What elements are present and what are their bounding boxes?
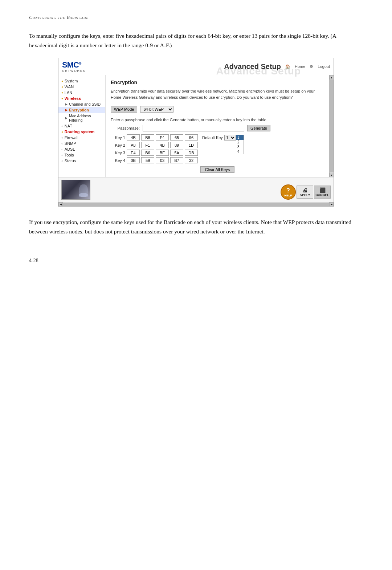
sidebar-item-status[interactable]: ○ Status bbox=[58, 158, 105, 164]
scroll-thumb[interactable] bbox=[330, 80, 334, 172]
help-icon: ? bbox=[286, 187, 290, 194]
key1-field1[interactable] bbox=[127, 134, 140, 141]
bullet-hollow-icon: ○ bbox=[61, 154, 63, 157]
key2-field5[interactable] bbox=[185, 142, 198, 148]
key2-field4[interactable] bbox=[170, 142, 183, 148]
key3-field2[interactable] bbox=[141, 150, 154, 156]
scroll-right-arrow[interactable]: ▶ bbox=[329, 202, 334, 207]
sidebar-item-label: Firewall bbox=[65, 135, 78, 140]
key4-field5[interactable] bbox=[185, 157, 198, 163]
key2-field2[interactable] bbox=[141, 142, 154, 148]
dropdown-opt3[interactable]: 3 bbox=[236, 144, 244, 149]
scroll-up-arrow[interactable]: ▲ bbox=[330, 75, 334, 80]
sidebar-item-tools[interactable]: ○ Tools bbox=[58, 152, 105, 158]
scrollbar-bottom[interactable]: ◀ ▶ bbox=[58, 202, 334, 206]
key1-row: Key 1 Default Key 1 2 bbox=[111, 134, 324, 141]
sidebar-item-routing[interactable]: ● Routing system bbox=[58, 129, 105, 135]
smc-header: SMC® Networks Advanced Setup Advanced Se… bbox=[58, 58, 334, 75]
bullet-hollow-icon: ○ bbox=[61, 159, 63, 163]
sidebar-item-wireless[interactable]: ● Wireless bbox=[58, 95, 105, 101]
bullet-hollow-icon: ○ bbox=[61, 125, 63, 128]
key2-field1[interactable] bbox=[127, 142, 140, 148]
nav-links[interactable]: 🏠 Home ⚙ Logout bbox=[285, 64, 330, 69]
logout-link[interactable]: Logout bbox=[318, 64, 330, 69]
clear-all-keys-button[interactable]: Clear All Keys bbox=[200, 166, 234, 173]
wep-select[interactable]: 64-bit WEP 128-bit WEP bbox=[140, 106, 173, 113]
sidebar-item-nat[interactable]: ○ NAT bbox=[58, 123, 105, 129]
sidebar-item-label: System bbox=[65, 79, 78, 83]
sidebar-item-encryption[interactable]: ▶ Encryption bbox=[58, 107, 105, 113]
sidebar-item-lan[interactable]: ● LAN bbox=[58, 90, 105, 95]
dropdown-opt4[interactable]: 4 bbox=[236, 149, 244, 154]
dropdown-opt1[interactable]: 1 bbox=[236, 135, 244, 140]
section-title: Encryption bbox=[111, 80, 324, 85]
sidebar-item-label: ADSL bbox=[65, 147, 75, 151]
scrollbar-right[interactable]: ▲ ▼ bbox=[329, 75, 334, 177]
key3-field4[interactable] bbox=[170, 150, 183, 156]
content-wrapper: Encryption Encryption transmits your dat… bbox=[106, 75, 334, 177]
default-key-select[interactable]: 1 2 3 4 bbox=[224, 135, 236, 141]
sidebar-item-label: Wireless bbox=[65, 96, 81, 101]
action-buttons: ? HELP 🖨 APPLY ⬛ CANCEL bbox=[281, 184, 331, 200]
key2-field3[interactable] bbox=[156, 142, 169, 148]
sidebar-item-snmp[interactable]: ○ SNMP bbox=[58, 141, 105, 146]
outro-paragraph: If you use encryption, configure the sam… bbox=[29, 217, 363, 236]
key2-row: Key 2 bbox=[111, 142, 324, 148]
cancel-icon: ⬛ bbox=[319, 187, 326, 193]
sidebar-item-label: Tools bbox=[65, 153, 74, 157]
sidebar-item-label: Mac Address Filtering bbox=[69, 114, 102, 122]
generate-button[interactable]: Generate bbox=[247, 125, 270, 131]
apply-button[interactable]: 🖨 APPLY bbox=[297, 186, 313, 199]
home-icon: 🏠 bbox=[285, 64, 290, 69]
page-header: Configuring the Barricade bbox=[29, 15, 363, 20]
key3-row: Key 3 bbox=[111, 150, 324, 156]
sidebar-item-label: Routing system bbox=[65, 130, 95, 134]
bullet-hollow-icon: ○ bbox=[61, 136, 63, 139]
wep-mode-button[interactable]: WEP Mode bbox=[111, 106, 137, 113]
passphrase-row: Passphrase: Generate bbox=[111, 125, 324, 131]
key1-field3[interactable] bbox=[156, 134, 169, 141]
sidebar-item-mac-filter[interactable]: ▶ Mac Address Filtering bbox=[58, 113, 105, 123]
key1-field2[interactable] bbox=[141, 134, 154, 141]
help-label: HELP bbox=[284, 194, 292, 197]
scroll-down-arrow[interactable]: ▼ bbox=[330, 173, 334, 177]
sidebar-item-label: SNMP bbox=[65, 141, 76, 146]
sidebar-item-wan[interactable]: ● WAN bbox=[58, 84, 105, 90]
key3-label: Key 3 bbox=[111, 151, 125, 155]
sidebar-item-channel-ssid[interactable]: ▶ Channel and SSID bbox=[58, 101, 105, 107]
key3-field1[interactable] bbox=[127, 150, 140, 156]
home-link[interactable]: Home bbox=[295, 64, 305, 69]
key1-field5[interactable] bbox=[185, 134, 198, 141]
sidebar-item-system[interactable]: ● System bbox=[58, 78, 105, 84]
intro-paragraph: To manually configure the keys, enter fi… bbox=[29, 31, 363, 50]
arrow-icon: ▶ bbox=[65, 116, 68, 120]
scroll-left-arrow[interactable]: ◀ bbox=[58, 202, 63, 207]
clear-keys-row: Clear All Keys bbox=[111, 166, 324, 173]
apply-label: APPLY bbox=[299, 193, 310, 197]
content-area: Encryption Encryption transmits your dat… bbox=[106, 75, 329, 177]
smc-logo-text: SMC® bbox=[62, 60, 86, 70]
key4-field1[interactable] bbox=[127, 157, 140, 163]
key3-field5[interactable] bbox=[185, 150, 198, 156]
key1-label: Key 1 bbox=[111, 135, 125, 140]
key2-label: Key 2 bbox=[111, 143, 125, 147]
section-description: Encryption transmits your data securely … bbox=[111, 88, 324, 100]
default-key-label: Default Key bbox=[202, 135, 223, 140]
arrow-icon: ▶ bbox=[65, 102, 68, 106]
hscroll-thumb[interactable] bbox=[63, 203, 329, 206]
key4-field2[interactable] bbox=[141, 157, 154, 163]
key4-field3[interactable] bbox=[156, 157, 169, 163]
key4-field4[interactable] bbox=[170, 157, 183, 163]
sidebar: ● System ● WAN ● LAN ● Wireless bbox=[58, 75, 106, 177]
wep-mode-row: WEP Mode 64-bit WEP 128-bit WEP bbox=[111, 105, 324, 114]
sidebar-item-firewall[interactable]: ○ Firewall bbox=[58, 135, 105, 141]
key3-field3[interactable] bbox=[156, 150, 169, 156]
cancel-button[interactable]: ⬛ CANCEL bbox=[314, 186, 331, 199]
help-button[interactable]: ? HELP bbox=[281, 184, 296, 200]
sidebar-item-label: NAT bbox=[65, 124, 72, 128]
dropdown-opt2[interactable]: 2 bbox=[236, 140, 244, 144]
key1-field4[interactable] bbox=[170, 134, 183, 141]
passphrase-input[interactable] bbox=[143, 125, 244, 131]
key4-label: Key 4 bbox=[111, 158, 125, 163]
sidebar-item-adsl[interactable]: ○ ADSL bbox=[58, 146, 105, 152]
